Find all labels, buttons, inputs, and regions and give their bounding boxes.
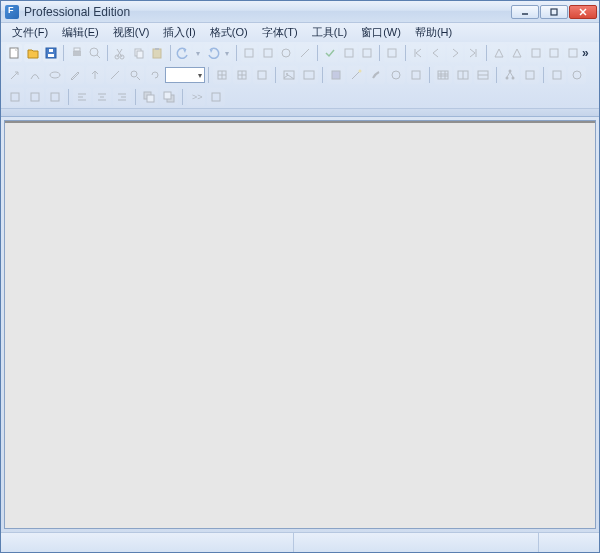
zoom-2[interactable] [207,88,225,106]
menu-help[interactable]: 帮助(H) [408,24,459,41]
grid-2[interactable] [233,66,251,84]
back-icon [162,90,176,104]
separator [543,67,544,83]
draw-7[interactable] [126,66,144,84]
nav-prev[interactable] [428,44,444,62]
save-button[interactable] [43,44,59,62]
minimize-button[interactable] [511,5,539,19]
nav-next[interactable] [447,44,463,62]
menu-file[interactable]: 文件(F) [5,24,55,41]
menu-view[interactable]: 视图(V) [106,24,157,41]
nav-first[interactable] [410,44,426,62]
shape-1[interactable] [327,66,345,84]
svg-line-63 [507,72,510,77]
tool-a11[interactable] [527,44,543,62]
draw-1[interactable] [6,66,24,84]
misc-1[interactable] [548,66,566,84]
tool-a10[interactable] [509,44,525,62]
triangle-icon [510,46,524,60]
align-1[interactable] [73,88,91,106]
order-1[interactable] [140,88,158,106]
tree-1[interactable] [501,66,519,84]
preview-icon [88,46,102,60]
rotate-icon [148,68,162,82]
copy-button[interactable] [131,44,147,62]
misc-2[interactable] [568,66,586,84]
tool-a5[interactable] [322,44,338,62]
redo-button[interactable] [204,44,220,62]
redo-dropdown[interactable]: ▾ [223,44,232,62]
arr-3[interactable] [46,88,64,106]
new-button[interactable] [6,44,22,62]
generic-icon [570,68,584,82]
generic-icon [529,46,543,60]
size-combo[interactable] [165,67,205,83]
order-2[interactable] [160,88,178,106]
zoom-in-icon: >> [189,90,203,104]
maximize-button[interactable] [540,5,568,19]
print-button[interactable] [68,44,84,62]
undo-button[interactable] [175,44,191,62]
paste-button[interactable] [149,44,165,62]
svg-rect-46 [332,71,340,79]
generic-icon [342,46,356,60]
cut-button[interactable] [112,44,128,62]
tool-a12[interactable] [546,44,562,62]
draw-6[interactable] [106,66,124,84]
zoom-icon [128,68,142,82]
grid-1[interactable] [213,66,231,84]
undo-dropdown[interactable]: ▾ [193,44,202,62]
arr-1[interactable] [6,88,24,106]
table-1[interactable] [434,66,452,84]
tool-a1[interactable] [241,44,257,62]
app-icon [5,5,19,19]
img-2[interactable] [300,66,318,84]
svg-rect-65 [526,71,534,79]
img-1[interactable] [280,66,298,84]
grid-3[interactable] [253,66,271,84]
tool-a6[interactable] [340,44,356,62]
canvas[interactable] [5,121,595,528]
table-2[interactable] [454,66,472,84]
tool-a13[interactable] [564,44,580,62]
svg-line-33 [111,71,119,79]
menu-edit[interactable]: 编辑(E) [55,24,106,41]
tree-2[interactable] [521,66,539,84]
table-3[interactable] [474,66,492,84]
close-button[interactable] [569,5,597,19]
nav-last[interactable] [465,44,481,62]
draw-2[interactable] [26,66,44,84]
tool-a3[interactable] [278,44,294,62]
menu-format[interactable]: 格式(O) [203,24,255,41]
align-3[interactable] [113,88,131,106]
separator [317,45,318,61]
shape-4[interactable] [387,66,405,84]
tool-a7[interactable] [359,44,375,62]
shape-3[interactable] [367,66,385,84]
shape-2[interactable] [347,66,365,84]
toolbar-overflow[interactable]: » [582,46,591,60]
tool-a4[interactable] [296,44,312,62]
svg-point-34 [131,71,137,77]
draw-4[interactable] [66,66,84,84]
menu-tools[interactable]: 工具(L) [305,24,354,41]
generic-icon [209,90,223,104]
draw-3[interactable] [46,66,64,84]
menu-font[interactable]: 字体(T) [255,24,305,41]
draw-5[interactable] [86,66,104,84]
align-2[interactable] [93,88,111,106]
tool-a2[interactable] [259,44,275,62]
menu-window[interactable]: 窗口(W) [354,24,408,41]
tool-a8[interactable] [384,44,400,62]
draw-8[interactable] [146,66,164,84]
open-button[interactable] [24,44,40,62]
zoom-1[interactable]: >> [187,88,205,106]
arr-2[interactable] [26,88,44,106]
tool-a9[interactable] [490,44,506,62]
preview-button[interactable] [87,44,103,62]
shape-5[interactable] [407,66,425,84]
generic-icon [279,46,293,60]
svg-rect-25 [363,49,371,57]
generic-icon [8,90,22,104]
menu-insert[interactable]: 插入(I) [156,24,202,41]
